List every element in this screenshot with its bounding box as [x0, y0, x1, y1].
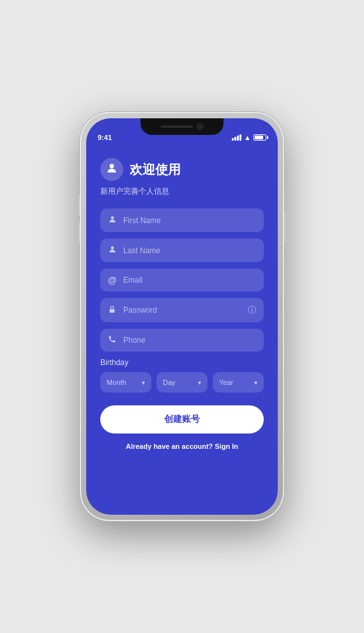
volume-up-button	[78, 195, 80, 215]
status-time: 9:41	[98, 134, 112, 141]
birthday-row: Month ▾ Day ▾ Year ▾	[100, 372, 264, 393]
user-icon	[105, 162, 118, 178]
create-account-label: 创建账号	[164, 414, 200, 424]
svg-rect-3	[110, 309, 115, 312]
signin-link-text[interactable]: Sign In	[215, 442, 238, 450]
person-icon	[108, 215, 118, 226]
page-header: 欢迎使用	[100, 158, 264, 181]
person-icon-2	[108, 245, 118, 256]
app-content: 欢迎使用 新用户完善个人信息 First Name	[86, 145, 278, 515]
status-icons: ▲	[232, 134, 266, 141]
phone-field[interactable]: Phone	[100, 329, 264, 352]
power-button	[284, 211, 286, 243]
phone-placeholder: Phone	[123, 336, 256, 345]
svg-point-1	[111, 216, 114, 219]
wifi-icon: ▲	[244, 134, 251, 141]
year-label: Year	[219, 379, 233, 386]
svg-point-2	[111, 246, 114, 249]
info-icon: ⓘ	[248, 304, 256, 316]
year-chevron-icon: ▾	[254, 379, 257, 386]
camera	[197, 123, 203, 130]
first-name-field[interactable]: First Name	[100, 208, 264, 232]
phone-icon	[108, 335, 118, 345]
lock-icon	[108, 305, 118, 316]
svg-point-0	[110, 164, 114, 168]
notch	[140, 118, 224, 135]
page-title: 欢迎使用	[130, 161, 181, 178]
month-select[interactable]: Month ▾	[100, 372, 151, 393]
email-placeholder: Email	[123, 276, 256, 285]
signal-icon	[232, 134, 241, 141]
password-field[interactable]: Password ⓘ	[100, 298, 264, 322]
page-subtitle: 新用户完善个人信息	[100, 186, 264, 197]
day-select[interactable]: Day ▾	[156, 372, 208, 393]
password-placeholder: Password	[123, 306, 243, 315]
battery-icon	[254, 134, 266, 141]
last-name-field[interactable]: Last Name	[100, 238, 264, 262]
month-chevron-icon: ▾	[142, 379, 145, 386]
birthday-label: Birthday	[100, 358, 264, 367]
phone-device: 9:41 ▲	[80, 112, 284, 521]
year-select[interactable]: Year ▾	[213, 372, 264, 393]
volume-down-button	[78, 222, 80, 242]
email-field[interactable]: @ Email	[100, 269, 264, 292]
create-account-button[interactable]: 创建账号	[100, 405, 264, 434]
avatar	[100, 158, 123, 181]
day-label: Day	[163, 379, 176, 386]
at-icon: @	[108, 275, 118, 285]
signin-link[interactable]: Already have an account? Sign In	[100, 442, 264, 450]
signin-text: Already have an account?	[126, 442, 213, 450]
last-name-placeholder: Last Name	[123, 246, 256, 255]
month-label: Month	[107, 379, 126, 386]
day-chevron-icon: ▾	[198, 379, 201, 386]
first-name-placeholder: First Name	[123, 216, 256, 225]
speaker	[161, 125, 193, 128]
phone-screen: 9:41 ▲	[86, 118, 278, 515]
